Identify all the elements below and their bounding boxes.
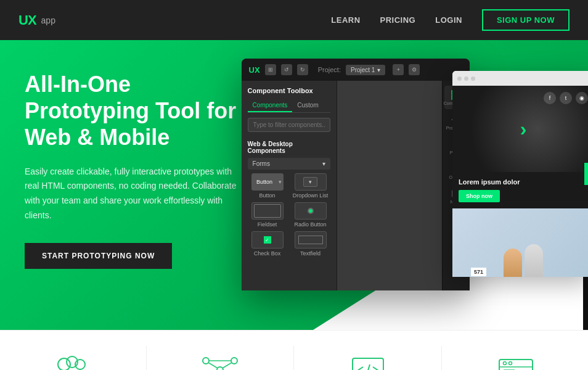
editor-project-dropdown[interactable]: Project 1 ▾ (346, 65, 385, 75)
comp-dropdown-label: Dropdown List (293, 192, 329, 199)
fieldset-preview (251, 202, 284, 220)
svg-line-27 (208, 363, 218, 368)
search-input[interactable] (248, 118, 330, 132)
hero-description: Easily create clickable, fully interacti… (25, 165, 240, 223)
textfield-shape (298, 236, 323, 244)
dropdown-text: Project 1 (351, 67, 375, 73)
comp-radio[interactable]: Radio Button (291, 202, 330, 228)
svg-point-37 (503, 362, 506, 365)
svg-point-19 (58, 358, 70, 370)
signup-button[interactable]: SIGN UP NOW (482, 9, 570, 31)
button-preview: Button ▾ (251, 173, 284, 191)
editor-settings-icon[interactable]: ⚙ (409, 64, 420, 75)
browser-runners: 571 (452, 208, 588, 277)
browser-dot-1 (457, 76, 462, 81)
logo: UX app (18, 12, 55, 28)
features-bar (0, 330, 588, 370)
chevron-down-icon: ▾ (377, 67, 380, 73)
browser-hero-image: f t ◉ › (452, 86, 588, 172)
toolbox-tabs: Components Custom (248, 99, 330, 113)
feature-network (198, 352, 242, 371)
svg-line-28 (223, 363, 232, 368)
navbar: UX app LEARN PRICING LOGIN SIGN UP NOW (0, 0, 588, 40)
comp-fieldset[interactable]: Fieldset (248, 202, 287, 228)
facebook-icon: f (544, 92, 556, 104)
green-arrow-icon: › (520, 118, 527, 141)
editor-body: Component Toolbox Components Custom Web … (242, 81, 470, 290)
comp-dropdown[interactable]: ▾ Dropdown List (291, 173, 330, 199)
browser-text-section: Lorem ipsum dolor Shop now (452, 172, 588, 208)
nav-pricing[interactable]: PRICING (380, 15, 416, 25)
nav-login[interactable]: LOGIN (435, 15, 462, 25)
comp-checkbox-label: Check Box (254, 250, 281, 257)
runner-figures (504, 244, 543, 277)
editor-logo: UX (249, 65, 260, 75)
hero-title: All-In-One Prototyping Tool for Web & Mo… (25, 71, 240, 151)
comp-textfield[interactable]: Textfield (291, 231, 330, 257)
svg-point-23 (203, 358, 209, 364)
dropdown-shape: ▾ (303, 177, 317, 187)
tab-custom[interactable]: Custom (292, 99, 323, 112)
svg-point-38 (508, 362, 512, 365)
comp-checkbox[interactable]: ✓ Check Box (248, 231, 287, 257)
tab-components[interactable]: Components (248, 99, 293, 112)
editor-mockup: UX ⊞ ↺ ↻ Project: Project 1 ▾ + ⚙ Compon… (242, 59, 470, 290)
feature-code (346, 352, 390, 371)
divider-2 (293, 346, 294, 371)
cta-button[interactable]: START PROTOTYPING NOW (25, 243, 172, 269)
checkbox-preview: ✓ (251, 231, 284, 249)
comp-button[interactable]: Button ▾ Button (248, 173, 287, 199)
shop-now-button[interactable]: Shop now (459, 190, 500, 202)
comp-button-label: Button (259, 192, 276, 199)
button-dropdown-arrow: ▾ (279, 179, 282, 185)
editor-topbar: UX ⊞ ↺ ↻ Project: Project 1 ▾ + ⚙ (242, 59, 470, 81)
subsection-label: Forms (253, 160, 270, 167)
logo-ux-x: X (28, 12, 36, 28)
hero-content: All-In-One Prototyping Tool for Web & Mo… (0, 40, 264, 330)
svg-point-24 (231, 358, 237, 364)
nav-links: LEARN PRICING LOGIN SIGN UP NOW (331, 9, 570, 31)
comp-textfield-label: Textfield (300, 250, 321, 257)
editor-redo-icon[interactable]: ↻ (297, 64, 308, 75)
scroll-arrow-icon[interactable]: ‹ (584, 163, 588, 185)
browser-dot-2 (464, 76, 468, 81)
svg-rect-32 (353, 358, 383, 370)
chevron-down-icon: ▾ (322, 160, 325, 167)
runner-1 (504, 249, 522, 277)
radio-shape (308, 208, 314, 214)
toolbox: Component Toolbox Components Custom Web … (242, 81, 337, 290)
code-icon (346, 352, 390, 371)
toolbox-subsection[interactable]: Forms ▾ (248, 158, 330, 170)
browser-mockup: f t ◉ › Lorem ipsum dolor Shop now 571 (452, 71, 588, 277)
fieldset-shape (254, 204, 281, 218)
logo-ux: UX (18, 12, 36, 28)
divider-1 (146, 346, 147, 371)
button-shape: Button (253, 178, 276, 186)
svg-point-22 (217, 367, 223, 370)
nav-learn[interactable]: LEARN (331, 15, 360, 25)
editor-canvas[interactable] (337, 81, 442, 290)
runner-2 (525, 244, 543, 277)
comp-radio-label: Radio Button (295, 221, 327, 228)
svg-line-33 (366, 364, 370, 370)
radio-preview (295, 202, 327, 220)
dropdown-preview: ▾ (295, 173, 327, 191)
hero-mockup: UX ⊞ ↺ ↻ Project: Project 1 ▾ + ⚙ Compon… (235, 52, 588, 330)
social-icons: f t ◉ (544, 92, 588, 104)
toolbox-section: Web & Desktop Components (248, 141, 330, 154)
editor-undo-icon[interactable]: ↺ (281, 64, 292, 75)
feature-team (51, 352, 94, 371)
divider-3 (441, 346, 442, 371)
team-icon (51, 352, 94, 371)
instagram-icon: ◉ (576, 92, 588, 104)
browser-topbar (452, 71, 588, 86)
logo-app: app (41, 15, 55, 25)
comp-fieldset-label: Fieldset (258, 221, 277, 228)
network-icon (198, 352, 242, 371)
browser-dot-3 (471, 76, 475, 81)
textfield-preview (295, 231, 327, 249)
editor-add-icon[interactable]: + (393, 64, 404, 75)
editor-project-label: Project: (318, 66, 341, 73)
toolbox-title: Component Toolbox (248, 87, 330, 94)
checkbox-shape: ✓ (264, 236, 271, 244)
